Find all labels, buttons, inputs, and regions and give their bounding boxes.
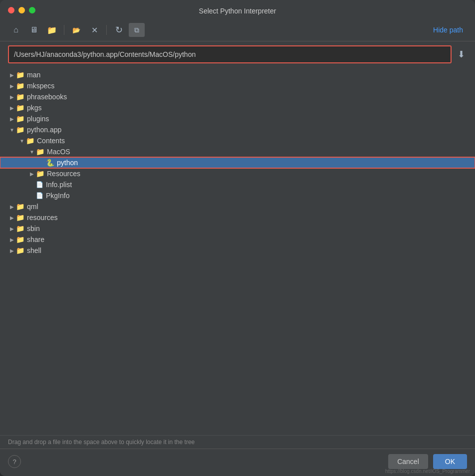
monitor-button[interactable]: 🖥 [26, 23, 42, 37]
path-area: ⬇ [0, 41, 475, 67]
folder-icon: 📁 [16, 93, 24, 101]
hint-text: Drag and drop a file into the space abov… [8, 439, 195, 446]
tree-arrow-icon: ▶ [8, 215, 16, 221]
folder-icon: 📁 [16, 115, 24, 123]
tree-item-name: python [57, 159, 78, 167]
window-controls [8, 7, 35, 13]
title-bar: Select Python Interpreter [0, 0, 475, 20]
tree-item[interactable]: ▶📁resources [0, 212, 475, 223]
tree-item[interactable]: ▶📁plugins [0, 113, 475, 124]
python-file-icon: 🐍 [46, 159, 54, 167]
dialog-title: Select Python Interpreter [199, 7, 276, 15]
tree-item[interactable]: ▶📁mkspecs [0, 80, 475, 91]
download-button[interactable]: ⬇ [456, 47, 467, 62]
tree-arrow-icon: ▶ [8, 204, 16, 210]
tree-item-name: man [27, 71, 40, 79]
tree-arrow-icon: ▶ [8, 105, 16, 111]
footer: ? Cancel OK https://blog.csdn.net/iOS_Pr… [0, 449, 475, 476]
tree-arrow-icon: ▶ [28, 171, 36, 177]
tree-item-name: share [27, 236, 44, 243]
tree-item[interactable]: 📄Info.plist [0, 179, 475, 190]
folder-icon: 📁 [16, 126, 24, 134]
tree-item[interactable]: ▼📁python.app [0, 124, 475, 135]
tree-arrow-icon: ▶ [8, 237, 16, 242]
maximize-button[interactable] [29, 7, 35, 13]
toolbar: ⌂ 🖥 📁 📂 ✕ ↻ ⧉ Hide path [0, 20, 475, 41]
tree-item[interactable]: 🐍python [0, 157, 475, 168]
tree-item-name: pkgs [27, 104, 42, 112]
new-folder-button[interactable]: 📂 [68, 23, 84, 37]
path-input[interactable] [8, 45, 452, 63]
hide-path-button[interactable]: Hide path [429, 24, 467, 36]
download-icon: ⬇ [458, 49, 465, 59]
tree-item-name: MacOS [47, 148, 70, 156]
cancel-button[interactable]: Cancel [388, 454, 428, 469]
tree-item-name: PkgInfo [46, 192, 69, 200]
tree-item-name: Contents [37, 137, 65, 145]
tree-item-name: sbin [27, 225, 40, 233]
tree-arrow-icon: ▼ [28, 149, 36, 155]
tree-item-name: mkspecs [27, 82, 54, 90]
tree-item[interactable]: ▼📁MacOS [0, 146, 475, 157]
watermark: https://blog.csdn.net/iOS_Programmer [385, 469, 470, 474]
folder-icon: 📁 [16, 225, 24, 233]
tree-arrow-icon: ▶ [8, 72, 16, 78]
folder-icon: 📁 [26, 137, 34, 145]
tree-arrow-icon: ▶ [8, 116, 16, 122]
refresh-icon: ↻ [115, 24, 123, 35]
folder-icon: 📁 [16, 82, 24, 90]
refresh-button[interactable]: ↻ [111, 23, 127, 37]
home-button[interactable]: ⌂ [8, 23, 24, 37]
tree-item-name: plugins [27, 115, 49, 123]
toolbar-separator-2 [106, 25, 107, 35]
tree-item[interactable]: ▶📁shell [0, 245, 475, 256]
tree-item[interactable]: ▼📁Contents [0, 135, 475, 146]
tree-item[interactable]: ▶📁phrasebooks [0, 91, 475, 102]
home-icon: ⌂ [13, 25, 18, 34]
file-icon: 📄 [36, 192, 43, 199]
folder-icon: 📁 [16, 71, 24, 79]
tree-arrow-icon: ▶ [8, 94, 16, 100]
folder-icon: 📁 [47, 25, 57, 35]
tree-arrow-icon: ▶ [8, 248, 16, 253]
folder-button[interactable]: 📁 [44, 23, 60, 37]
tree-item-name: python.app [27, 126, 61, 134]
delete-button[interactable]: ✕ [86, 23, 102, 37]
tree-arrow-icon: ▶ [8, 83, 16, 89]
tree-item-name: Info.plist [46, 181, 72, 189]
monitor-icon: 🖥 [30, 25, 38, 34]
tree-item[interactable]: ▶📁man [0, 69, 475, 80]
folder-icon: 📁 [36, 148, 44, 156]
help-button[interactable]: ? [8, 455, 21, 468]
ok-button[interactable]: OK [433, 454, 467, 469]
tree-arrow-icon: ▶ [8, 226, 16, 232]
tree-item[interactable]: ▶📁qml [0, 201, 475, 212]
folder-icon: 📁 [16, 203, 24, 211]
help-icon: ? [12, 458, 16, 466]
new-folder-icon: 📂 [72, 26, 80, 34]
tree-item[interactable]: ▶📁sbin [0, 223, 475, 234]
tree-item[interactable]: ▶📁share [0, 234, 475, 245]
folder-icon: 📁 [16, 214, 24, 222]
folder-icon: 📁 [16, 246, 24, 254]
tree-item-name: shell [27, 246, 41, 254]
delete-icon: ✕ [91, 25, 98, 35]
hint-bar: Drag and drop a file into the space abov… [0, 435, 475, 449]
minimize-button[interactable] [18, 7, 25, 13]
file-icon: 📄 [36, 181, 43, 188]
folder-icon: 📁 [36, 170, 44, 178]
tree-item[interactable]: ▶📁Resources [0, 168, 475, 179]
folder-icon: 📁 [16, 104, 24, 112]
dialog: Select Python Interpreter ⌂ 🖥 📁 📂 ✕ ↻ ⧉ … [0, 0, 475, 476]
tree-item-name: Resources [47, 170, 80, 178]
tree-item-name: phrasebooks [27, 93, 67, 101]
tree-arrow-icon: ▼ [18, 138, 26, 144]
tree-item[interactable]: 📄PkgInfo [0, 190, 475, 201]
toolbar-separator-1 [64, 25, 64, 35]
close-button[interactable] [8, 7, 14, 13]
tree-item[interactable]: ▶📁pkgs [0, 102, 475, 113]
tree-item-name: qml [27, 203, 38, 211]
folder-icon: 📁 [16, 236, 24, 243]
file-tree: ▶📁man▶📁mkspecs▶📁phrasebooks▶📁pkgs▶📁plugi… [0, 67, 475, 435]
browse-button[interactable]: ⧉ [129, 23, 145, 37]
